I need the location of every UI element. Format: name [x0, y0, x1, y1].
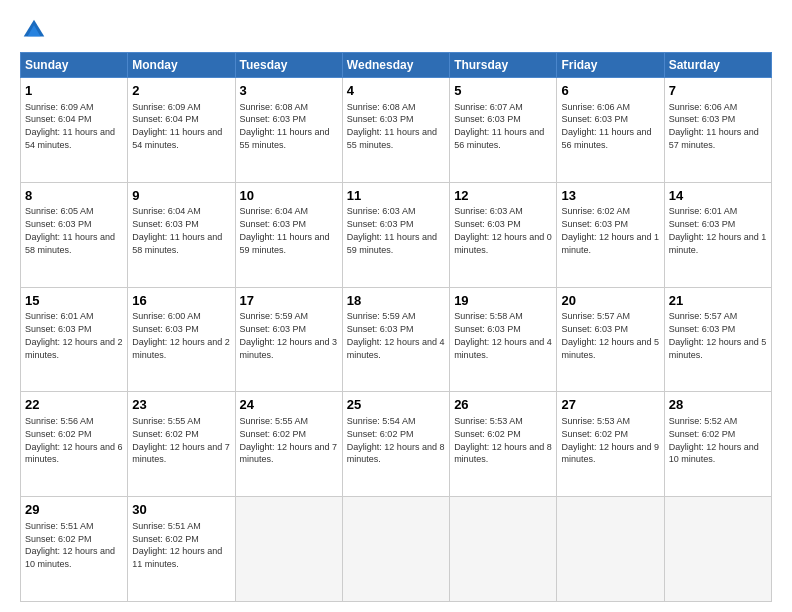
day-cell-9: 9Sunrise: 6:04 AMSunset: 6:03 PMDaylight… — [128, 182, 235, 287]
day-cell-28: 28Sunrise: 5:52 AMSunset: 6:02 PMDayligh… — [664, 392, 771, 497]
day-cell-4: 4Sunrise: 6:08 AMSunset: 6:03 PMDaylight… — [342, 78, 449, 183]
day-info: Sunrise: 6:06 AMSunset: 6:03 PMDaylight:… — [669, 102, 759, 150]
logo-icon — [20, 16, 48, 44]
empty-cell — [450, 497, 557, 602]
day-number: 1 — [25, 82, 123, 100]
day-cell-1: 1Sunrise: 6:09 AMSunset: 6:04 PMDaylight… — [21, 78, 128, 183]
day-number: 5 — [454, 82, 552, 100]
week-row-4: 22Sunrise: 5:56 AMSunset: 6:02 PMDayligh… — [21, 392, 772, 497]
day-number: 2 — [132, 82, 230, 100]
day-info: Sunrise: 5:55 AMSunset: 6:02 PMDaylight:… — [240, 416, 338, 464]
day-cell-19: 19Sunrise: 5:58 AMSunset: 6:03 PMDayligh… — [450, 287, 557, 392]
day-number: 12 — [454, 187, 552, 205]
calendar-table: SundayMondayTuesdayWednesdayThursdayFrid… — [20, 52, 772, 602]
day-info: Sunrise: 6:01 AMSunset: 6:03 PMDaylight:… — [25, 311, 123, 359]
col-header-saturday: Saturday — [664, 53, 771, 78]
day-number: 11 — [347, 187, 445, 205]
day-number: 19 — [454, 292, 552, 310]
day-cell-16: 16Sunrise: 6:00 AMSunset: 6:03 PMDayligh… — [128, 287, 235, 392]
day-info: Sunrise: 5:59 AMSunset: 6:03 PMDaylight:… — [240, 311, 338, 359]
day-info: Sunrise: 6:02 AMSunset: 6:03 PMDaylight:… — [561, 206, 659, 254]
col-header-tuesday: Tuesday — [235, 53, 342, 78]
day-number: 18 — [347, 292, 445, 310]
day-info: Sunrise: 6:01 AMSunset: 6:03 PMDaylight:… — [669, 206, 767, 254]
day-number: 26 — [454, 396, 552, 414]
day-number: 28 — [669, 396, 767, 414]
day-info: Sunrise: 5:59 AMSunset: 6:03 PMDaylight:… — [347, 311, 445, 359]
day-number: 15 — [25, 292, 123, 310]
day-info: Sunrise: 5:55 AMSunset: 6:02 PMDaylight:… — [132, 416, 230, 464]
day-number: 23 — [132, 396, 230, 414]
col-header-wednesday: Wednesday — [342, 53, 449, 78]
empty-cell — [664, 497, 771, 602]
day-cell-22: 22Sunrise: 5:56 AMSunset: 6:02 PMDayligh… — [21, 392, 128, 497]
day-info: Sunrise: 5:56 AMSunset: 6:02 PMDaylight:… — [25, 416, 123, 464]
day-number: 6 — [561, 82, 659, 100]
day-number: 30 — [132, 501, 230, 519]
col-header-monday: Monday — [128, 53, 235, 78]
empty-cell — [235, 497, 342, 602]
day-cell-24: 24Sunrise: 5:55 AMSunset: 6:02 PMDayligh… — [235, 392, 342, 497]
day-info: Sunrise: 5:51 AMSunset: 6:02 PMDaylight:… — [132, 521, 222, 569]
day-info: Sunrise: 5:53 AMSunset: 6:02 PMDaylight:… — [454, 416, 552, 464]
day-cell-2: 2Sunrise: 6:09 AMSunset: 6:04 PMDaylight… — [128, 78, 235, 183]
day-cell-29: 29Sunrise: 5:51 AMSunset: 6:02 PMDayligh… — [21, 497, 128, 602]
day-number: 13 — [561, 187, 659, 205]
day-cell-15: 15Sunrise: 6:01 AMSunset: 6:03 PMDayligh… — [21, 287, 128, 392]
day-cell-20: 20Sunrise: 5:57 AMSunset: 6:03 PMDayligh… — [557, 287, 664, 392]
day-info: Sunrise: 6:08 AMSunset: 6:03 PMDaylight:… — [347, 102, 437, 150]
day-cell-17: 17Sunrise: 5:59 AMSunset: 6:03 PMDayligh… — [235, 287, 342, 392]
day-cell-7: 7Sunrise: 6:06 AMSunset: 6:03 PMDaylight… — [664, 78, 771, 183]
day-number: 9 — [132, 187, 230, 205]
day-number: 29 — [25, 501, 123, 519]
col-header-friday: Friday — [557, 53, 664, 78]
day-cell-12: 12Sunrise: 6:03 AMSunset: 6:03 PMDayligh… — [450, 182, 557, 287]
day-info: Sunrise: 6:03 AMSunset: 6:03 PMDaylight:… — [347, 206, 437, 254]
day-info: Sunrise: 6:09 AMSunset: 6:04 PMDaylight:… — [25, 102, 115, 150]
day-cell-25: 25Sunrise: 5:54 AMSunset: 6:02 PMDayligh… — [342, 392, 449, 497]
day-number: 20 — [561, 292, 659, 310]
col-header-sunday: Sunday — [21, 53, 128, 78]
calendar-header-row: SundayMondayTuesdayWednesdayThursdayFrid… — [21, 53, 772, 78]
day-info: Sunrise: 5:57 AMSunset: 6:03 PMDaylight:… — [561, 311, 659, 359]
page: SundayMondayTuesdayWednesdayThursdayFrid… — [0, 0, 792, 612]
week-row-1: 1Sunrise: 6:09 AMSunset: 6:04 PMDaylight… — [21, 78, 772, 183]
day-number: 14 — [669, 187, 767, 205]
day-info: Sunrise: 6:05 AMSunset: 6:03 PMDaylight:… — [25, 206, 115, 254]
day-info: Sunrise: 6:04 AMSunset: 6:03 PMDaylight:… — [240, 206, 330, 254]
week-row-2: 8Sunrise: 6:05 AMSunset: 6:03 PMDaylight… — [21, 182, 772, 287]
day-info: Sunrise: 6:04 AMSunset: 6:03 PMDaylight:… — [132, 206, 222, 254]
day-info: Sunrise: 5:54 AMSunset: 6:02 PMDaylight:… — [347, 416, 445, 464]
day-cell-23: 23Sunrise: 5:55 AMSunset: 6:02 PMDayligh… — [128, 392, 235, 497]
day-number: 27 — [561, 396, 659, 414]
day-info: Sunrise: 5:51 AMSunset: 6:02 PMDaylight:… — [25, 521, 115, 569]
day-info: Sunrise: 5:57 AMSunset: 6:03 PMDaylight:… — [669, 311, 767, 359]
day-number: 24 — [240, 396, 338, 414]
day-cell-5: 5Sunrise: 6:07 AMSunset: 6:03 PMDaylight… — [450, 78, 557, 183]
day-cell-13: 13Sunrise: 6:02 AMSunset: 6:03 PMDayligh… — [557, 182, 664, 287]
day-info: Sunrise: 6:00 AMSunset: 6:03 PMDaylight:… — [132, 311, 230, 359]
day-number: 10 — [240, 187, 338, 205]
day-info: Sunrise: 6:06 AMSunset: 6:03 PMDaylight:… — [561, 102, 651, 150]
day-info: Sunrise: 5:58 AMSunset: 6:03 PMDaylight:… — [454, 311, 552, 359]
day-cell-3: 3Sunrise: 6:08 AMSunset: 6:03 PMDaylight… — [235, 78, 342, 183]
col-header-thursday: Thursday — [450, 53, 557, 78]
day-info: Sunrise: 6:03 AMSunset: 6:03 PMDaylight:… — [454, 206, 552, 254]
day-cell-27: 27Sunrise: 5:53 AMSunset: 6:02 PMDayligh… — [557, 392, 664, 497]
empty-cell — [557, 497, 664, 602]
day-cell-11: 11Sunrise: 6:03 AMSunset: 6:03 PMDayligh… — [342, 182, 449, 287]
day-info: Sunrise: 6:08 AMSunset: 6:03 PMDaylight:… — [240, 102, 330, 150]
day-cell-8: 8Sunrise: 6:05 AMSunset: 6:03 PMDaylight… — [21, 182, 128, 287]
day-info: Sunrise: 5:52 AMSunset: 6:02 PMDaylight:… — [669, 416, 759, 464]
day-cell-10: 10Sunrise: 6:04 AMSunset: 6:03 PMDayligh… — [235, 182, 342, 287]
day-cell-18: 18Sunrise: 5:59 AMSunset: 6:03 PMDayligh… — [342, 287, 449, 392]
header — [20, 16, 772, 44]
day-cell-14: 14Sunrise: 6:01 AMSunset: 6:03 PMDayligh… — [664, 182, 771, 287]
day-cell-21: 21Sunrise: 5:57 AMSunset: 6:03 PMDayligh… — [664, 287, 771, 392]
day-info: Sunrise: 5:53 AMSunset: 6:02 PMDaylight:… — [561, 416, 659, 464]
day-number: 22 — [25, 396, 123, 414]
day-cell-26: 26Sunrise: 5:53 AMSunset: 6:02 PMDayligh… — [450, 392, 557, 497]
empty-cell — [342, 497, 449, 602]
day-number: 21 — [669, 292, 767, 310]
logo — [20, 16, 52, 44]
